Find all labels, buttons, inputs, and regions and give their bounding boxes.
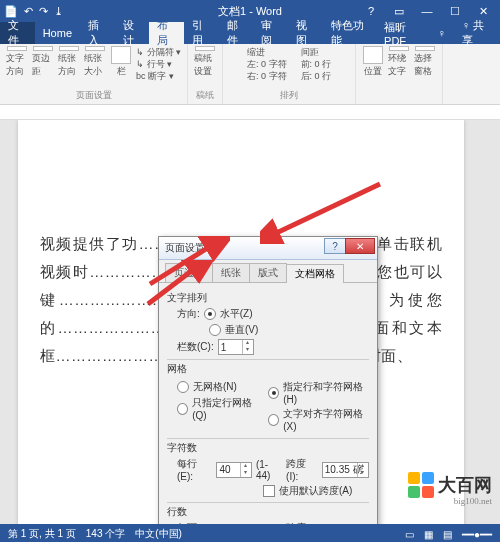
dtab-paper[interactable]: 纸张 [212, 263, 250, 282]
view-web-icon[interactable]: ▤ [443, 529, 452, 540]
status-page[interactable]: 第 1 页, 共 1 页 [8, 527, 76, 541]
spacing-title: 间距 [301, 46, 332, 58]
group-label-page-setup: 页面设置 [76, 89, 112, 102]
dialog-close-button[interactable]: ✕ [345, 238, 375, 254]
section-chars: 字符数 [167, 438, 369, 455]
columns-button[interactable]: 栏 [110, 46, 132, 78]
radio-vertical[interactable] [209, 324, 221, 336]
tab-file[interactable]: 文件 [0, 22, 35, 44]
status-bar: 第 1 页, 共 1 页 143 个字 中文(中国) ▭ ▦ ▤ ━━●━━ [0, 524, 500, 542]
doc-title: 文档1 - Word [218, 4, 282, 19]
view-read-icon[interactable]: ▭ [405, 529, 414, 540]
qa-save-icon[interactable]: ⤓ [54, 5, 63, 18]
ribbon-tabs: 文件 Home 插入 设计 布局 引用 邮件 审阅 视图 特色功能 福昕PDF … [0, 22, 500, 44]
columns-spinner[interactable]: 1▴▾ [218, 339, 254, 355]
group-paragraph: 缩进 左: 0 字符 右: 0 字符 间距 前: 0 行 后: 0 行 排列 [223, 44, 356, 104]
manuscript-button[interactable]: 稿纸设置 [194, 46, 216, 78]
dtab-grid[interactable]: 文档网格 [286, 264, 344, 283]
radio-no-grid[interactable] [177, 381, 189, 393]
dialog-tabs: 页边距 纸张 版式 文档网格 [159, 260, 377, 283]
tab-share[interactable]: ♀ 共享 [454, 22, 500, 44]
word-icon: 📄 [4, 5, 18, 18]
wrap-button[interactable]: 环绕文字 [388, 46, 410, 78]
status-word-count[interactable]: 143 个字 [86, 527, 125, 541]
chars-per-line-spinner[interactable]: 40▴▾ [216, 462, 251, 478]
orientation-button[interactable]: 纸张方向 [58, 46, 80, 78]
indent-right[interactable]: 右: 0 字符 [247, 70, 287, 82]
radio-char-grid[interactable] [268, 387, 279, 399]
dtab-margins[interactable]: 页边距 [165, 263, 213, 282]
spacing-after[interactable]: 后: 0 行 [301, 70, 332, 82]
tab-foxit[interactable]: 福昕PDF [376, 22, 429, 44]
qa-undo-icon[interactable]: ↶ [24, 5, 33, 18]
tab-special[interactable]: 特色功能 [323, 22, 376, 44]
spacing-before[interactable]: 前: 0 行 [301, 58, 332, 70]
status-language[interactable]: 中文(中国) [135, 527, 182, 541]
qa-redo-icon[interactable]: ↷ [39, 5, 48, 18]
radio-align-grid[interactable] [268, 414, 279, 426]
char-pitch-spinner[interactable]: 10.35 磅▴▾ [322, 462, 369, 478]
tab-insert[interactable]: 插入 [80, 22, 115, 44]
size-button[interactable]: 纸张大小 [84, 46, 106, 78]
dialog-help-button[interactable]: ? [324, 238, 346, 254]
watermark-logo: 大百网 big100.net [408, 472, 492, 498]
logo-icon [408, 472, 434, 498]
position-button[interactable]: 位置 [362, 46, 384, 78]
group-page-setup: 文字方向 页边距 纸张方向 纸张大小 栏 ↳ 分隔符 ▾ ↳ 行号 ▾ bc 断… [0, 44, 188, 104]
breaks-menu[interactable]: ↳ 分隔符 ▾ ↳ 行号 ▾ bc 断字 ▾ [136, 46, 181, 82]
tab-layout[interactable]: 布局 [149, 22, 184, 44]
radio-horizontal[interactable] [204, 308, 216, 320]
ribbon-options-icon[interactable]: ▭ [386, 2, 412, 20]
tab-design[interactable]: 设计 [115, 22, 150, 44]
tab-view[interactable]: 视图 [288, 22, 323, 44]
ribbon: 文字方向 页边距 纸张方向 纸张大小 栏 ↳ 分隔符 ▾ ↳ 行号 ▾ bc 断… [0, 44, 500, 105]
dialog-titlebar[interactable]: 页面设置 ? ✕ [159, 237, 377, 260]
indent-title: 缩进 [247, 46, 287, 58]
tab-home[interactable]: Home [35, 22, 80, 44]
view-print-icon[interactable]: ▦ [424, 529, 433, 540]
tab-tellme[interactable]: ♀ [429, 22, 453, 44]
text-direction-button[interactable]: 文字方向 [6, 46, 28, 78]
tab-mailings[interactable]: 邮件 [219, 22, 254, 44]
document-area: 视频提供了功………………………的观点。当您单击联机视频时………………………入代码… [0, 120, 500, 524]
minimize-button[interactable]: — [414, 2, 440, 20]
app-titlebar: 📄 ↶ ↷ ⤓ 文档1 - Word ? ▭ — ☐ ✕ [0, 0, 500, 22]
dtab-layout[interactable]: 版式 [249, 263, 287, 282]
group-arrange: 位置 环绕文字 选择窗格 [356, 44, 443, 104]
indent-left[interactable]: 左: 0 字符 [247, 58, 287, 70]
section-text-direction: 文字排列 [167, 291, 369, 305]
page-setup-dialog: 页面设置 ? ✕ 页边距 纸张 版式 文档网格 文字排列 方向: 水平(Z) 垂… [158, 236, 378, 524]
radio-line-grid[interactable] [177, 403, 188, 415]
dialog-title: 页面设置 [165, 241, 205, 255]
zoom-slider[interactable]: ━━●━━ [462, 529, 492, 540]
selection-pane-button[interactable]: 选择窗格 [414, 46, 436, 78]
default-pitch-checkbox[interactable] [263, 485, 275, 497]
margins-button[interactable]: 页边距 [32, 46, 54, 78]
logo-url: big100.net [454, 496, 492, 506]
ruler [0, 105, 500, 120]
group-manuscript: 稿纸设置 稿纸 [188, 44, 223, 104]
logo-text: 大百网 [438, 473, 492, 497]
tab-review[interactable]: 审阅 [253, 22, 288, 44]
section-grid: 网格 [167, 359, 369, 376]
section-lines: 行数 [167, 502, 369, 519]
tab-references[interactable]: 引用 [184, 22, 219, 44]
